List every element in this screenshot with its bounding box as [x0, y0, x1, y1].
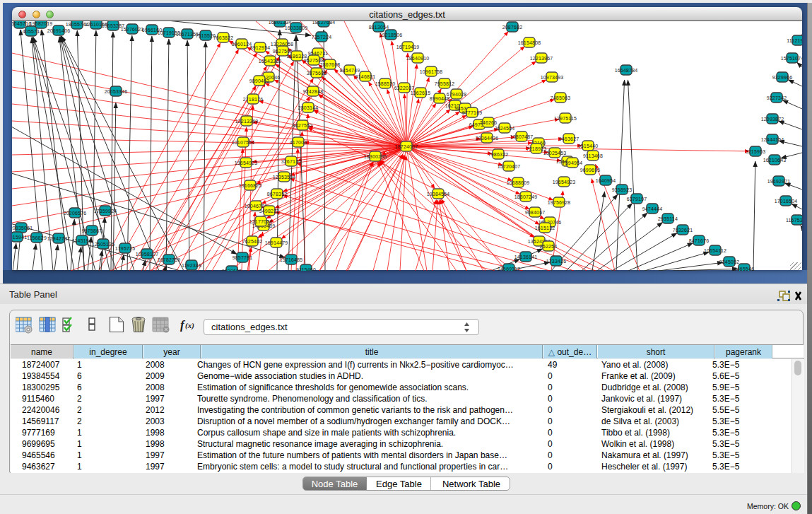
- svg-text:12093872: 12093872: [761, 117, 784, 122]
- svg-text:14136141: 14136141: [514, 255, 538, 259]
- svg-text:9857791: 9857791: [233, 255, 253, 260]
- svg-text:3498222: 3498222: [259, 209, 280, 214]
- svg-text:11121916: 11121916: [787, 38, 802, 43]
- svg-text:15276021: 15276021: [121, 27, 144, 32]
- svg-text:9329966: 9329966: [772, 75, 793, 80]
- svg-text:1145194: 1145194: [72, 238, 92, 243]
- svg-text:19218506: 19218506: [379, 33, 403, 37]
- svg-text:10973493: 10973493: [541, 75, 564, 80]
- svg-text:20053346: 20053346: [105, 89, 128, 94]
- svg-text:15720407: 15720407: [498, 164, 521, 169]
- svg-text:9975867: 9975867: [82, 228, 102, 233]
- svg-text:9115460: 9115460: [296, 267, 316, 271]
- svg-text:1362615: 1362615: [411, 90, 431, 95]
- svg-text:18807249: 18807249: [514, 194, 538, 199]
- svg-text:10688609: 10688609: [507, 180, 530, 185]
- svg-text:10807487: 10807487: [510, 134, 534, 139]
- svg-text:20691406: 20691406: [47, 28, 71, 33]
- svg-text:19692971: 19692971: [767, 179, 791, 184]
- svg-text:10107554: 10107554: [232, 140, 255, 145]
- svg-text:1192348: 1192348: [182, 263, 201, 268]
- svg-text:18300295: 18300295: [364, 154, 387, 159]
- svg-text:12444154: 12444154: [761, 137, 784, 142]
- svg-text:7485063: 7485063: [551, 95, 571, 100]
- svg-text:9515440: 9515440: [578, 144, 599, 148]
- svg-text:7663822: 7663822: [213, 35, 234, 40]
- svg-text:9699695: 9699695: [580, 168, 601, 173]
- svg-text:19654923: 19654923: [553, 180, 576, 185]
- svg-text:7955812: 7955812: [435, 81, 455, 86]
- svg-text:16033809: 16033809: [285, 25, 308, 30]
- svg-text:1156829: 1156829: [27, 235, 47, 240]
- svg-text:19654923: 19654923: [235, 160, 258, 165]
- svg-text:14055714: 14055714: [20, 29, 43, 34]
- svg-text:16543362: 16543362: [259, 59, 282, 64]
- svg-text:2867608: 2867608: [320, 62, 341, 67]
- svg-text:19166825: 19166825: [239, 183, 262, 188]
- svg-text:1640954: 1640954: [596, 178, 616, 183]
- svg-text:9463627: 9463627: [559, 136, 579, 141]
- svg-text:20364436: 20364436: [476, 136, 499, 141]
- svg-text:16782759: 16782759: [158, 257, 181, 262]
- svg-text:12213369: 12213369: [235, 119, 259, 124]
- svg-text:19384554: 19384554: [427, 192, 450, 197]
- svg-text:9245052: 9245052: [719, 259, 740, 264]
- svg-text:9699695: 9699695: [222, 269, 242, 271]
- svg-text:9465546: 9465546: [734, 267, 755, 271]
- svg-text:8678352: 8678352: [267, 192, 288, 197]
- svg-text:2087682: 2087682: [502, 25, 523, 30]
- svg-text:9113468: 9113468: [583, 153, 603, 158]
- svg-text:12177026: 12177026: [249, 219, 273, 224]
- svg-text:7625402: 7625402: [242, 239, 263, 244]
- svg-text:12942737: 12942737: [47, 236, 71, 241]
- svg-text:8454749: 8454749: [340, 68, 360, 73]
- svg-text:8813054: 8813054: [369, 25, 389, 30]
- svg-text:16914479: 16914479: [265, 240, 288, 245]
- svg-text:1795725: 1795725: [115, 246, 136, 251]
- svg-text:12975115: 12975115: [554, 116, 577, 121]
- svg-text:18724007: 18724007: [395, 144, 418, 149]
- svg-text:10025453: 10025453: [543, 151, 567, 156]
- svg-text:9527506: 9527506: [273, 49, 293, 54]
- svg-text:7357224: 7357224: [312, 35, 332, 40]
- svg-text:11675336: 11675336: [786, 218, 802, 223]
- svg-text:16719419: 16719419: [396, 45, 420, 49]
- svg-text:8960124: 8960124: [232, 42, 252, 47]
- svg-text:8990448: 8990448: [430, 96, 450, 101]
- svg-text:9777169: 9777169: [462, 110, 483, 115]
- svg-text:10961758: 10961758: [420, 69, 443, 74]
- svg-text:1588520: 1588520: [375, 81, 396, 86]
- svg-text:12505135: 12505135: [92, 242, 115, 247]
- svg-text:12353594: 12353594: [273, 175, 296, 180]
- svg-text:8912954: 8912954: [250, 45, 271, 50]
- svg-text:17016504: 17016504: [775, 199, 798, 204]
- svg-text:15751074: 15751074: [781, 56, 802, 61]
- svg-text:3915941: 3915941: [12, 235, 27, 240]
- svg-text:17359924: 17359924: [94, 209, 117, 214]
- svg-text:16210643: 16210643: [763, 158, 787, 163]
- svg-text:19756928: 19756928: [548, 200, 571, 205]
- svg-text:417004: 417004: [290, 140, 307, 145]
- svg-text:746266: 746266: [480, 120, 498, 125]
- svg-text:(x): (x): [185, 321, 194, 330]
- svg-text:18640910: 18640910: [406, 56, 430, 61]
- svg-text:1733426: 1733426: [546, 259, 567, 264]
- svg-text:6379197: 6379197: [627, 197, 647, 201]
- svg-text:20835061: 20835061: [12, 226, 33, 230]
- svg-text:9474444: 9474444: [642, 206, 663, 211]
- svg-text:3624554: 3624554: [495, 126, 515, 131]
- svg-text:7632621: 7632621: [673, 228, 693, 233]
- svg-text:8471676: 8471676: [689, 238, 710, 243]
- svg-text:16045716: 16045716: [12, 21, 31, 26]
- svg-text:1615132: 1615132: [535, 226, 555, 230]
- svg-text:10958107: 10958107: [136, 252, 159, 257]
- svg-text:3875685: 3875685: [307, 71, 327, 76]
- svg-text:20206576: 20206576: [64, 211, 87, 216]
- svg-text:19582019: 19582019: [30, 21, 53, 26]
- svg-text:9890462: 9890462: [249, 78, 270, 83]
- svg-text:14569117: 14569117: [498, 267, 520, 271]
- svg-text:16648784: 16648784: [615, 68, 638, 73]
- svg-text:9242848: 9242848: [303, 89, 324, 94]
- svg-text:7594954: 7594954: [563, 160, 583, 165]
- svg-text:252254: 252254: [540, 244, 558, 249]
